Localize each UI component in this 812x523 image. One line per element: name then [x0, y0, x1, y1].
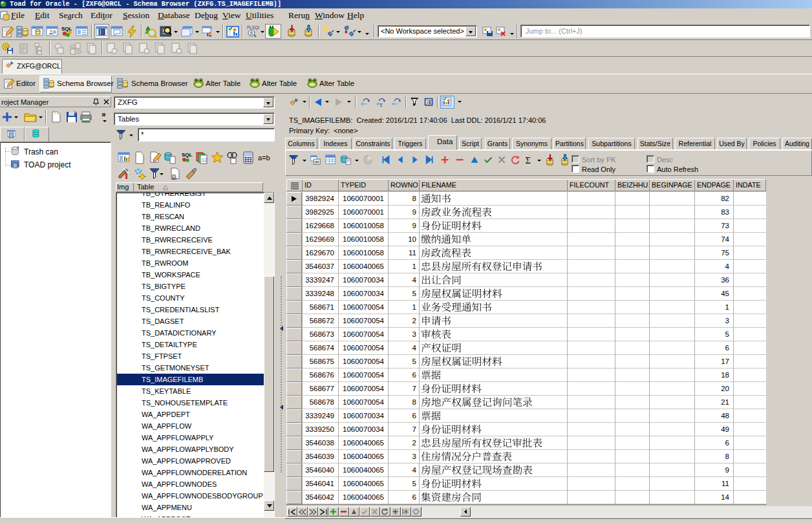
svg-text:12: 12: [202, 157, 208, 163]
svg-text:PLSQL: PLSQL: [247, 25, 259, 30]
svg-text:SQL: SQL: [182, 152, 193, 158]
svg-text:a=b: a=b: [258, 154, 270, 162]
svg-text:Σ: Σ: [526, 156, 531, 165]
svg-text:1: 1: [379, 102, 382, 108]
